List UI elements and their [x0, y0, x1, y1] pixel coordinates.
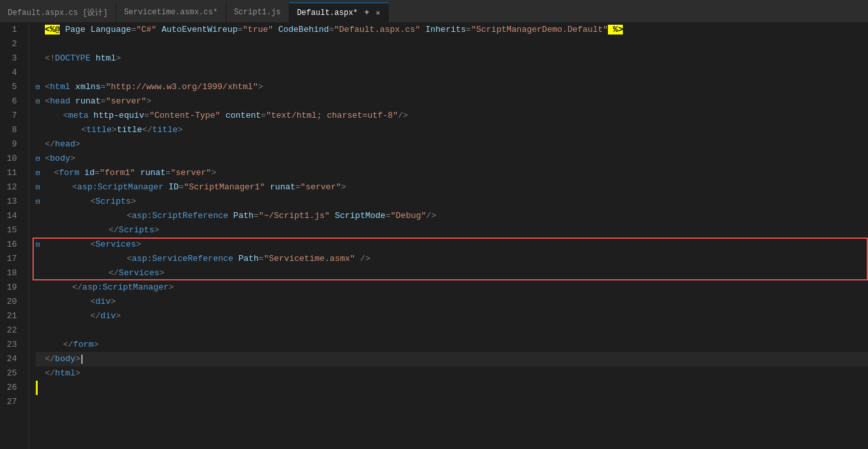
line-num-10: 10	[0, 152, 22, 166]
code-line-15: </Scripts>	[36, 223, 868, 238]
tab-default-cs[interactable]: Default.aspx.cs [设计]	[0, 3, 116, 22]
code-line-8: <title>title</title>	[36, 123, 868, 137]
line-num-24: 24	[0, 352, 22, 366]
line-num-3: 3	[0, 51, 22, 66]
gutter-5[interactable]: ⊟	[36, 80, 44, 94]
code-line-4	[36, 66, 868, 80]
line-19-content: </asp:ScriptManager>	[72, 280, 174, 295]
line-num-23: 23	[0, 338, 22, 352]
line-num-7: 7	[0, 109, 22, 123]
line-1-content: <%@ Page Language="C#" AutoEventWireup="…	[45, 23, 623, 37]
code-line-3: <!DOCTYPE html>	[36, 51, 868, 66]
code-line-7: <meta http-equiv="Content-Type" content=…	[36, 109, 868, 123]
line-num-12: 12	[0, 180, 22, 195]
line-num-9: 9	[0, 137, 22, 152]
tab-bar: Default.aspx.cs [设计] Servicetime.asmx.cs…	[0, 0, 868, 23]
line-24-content: </body>	[45, 352, 83, 366]
code-line-1: <%@ Page Language="C#" AutoEventWireup="…	[36, 23, 868, 37]
line-10-content: <body>	[45, 152, 75, 166]
line-12-content: <asp:ScriptManager ID="ScriptManager1" r…	[72, 180, 346, 195]
line-23-content: </form>	[63, 338, 99, 352]
line-num-22: 22	[0, 323, 22, 338]
line-21-content: </div>	[90, 309, 121, 323]
line-15-content: </Scripts>	[109, 223, 159, 238]
gutter-10[interactable]: ⊟	[36, 152, 44, 166]
line-25-content: </html>	[45, 366, 81, 381]
code-line-10: ⊟ <body>	[36, 152, 868, 166]
tab-close-button[interactable]: ✕	[376, 8, 380, 17]
line-num-14: 14	[0, 209, 22, 223]
line-num-25: 25	[0, 366, 22, 381]
code-line-22	[36, 323, 868, 338]
line-17-content: <asp:ServiceReference Path="Servicetime.…	[127, 252, 371, 266]
tab-default-aspx[interactable]: Default.aspx* + ✕	[289, 3, 389, 22]
code-line-6: ⊟ <head runat="server">	[36, 94, 868, 109]
code-line-24: </body>	[36, 352, 868, 366]
code-line-9: </head>	[36, 137, 868, 152]
code-line-20: <div>	[36, 295, 868, 309]
line-num-13: 13	[0, 195, 22, 209]
line-7-content: <meta http-equiv="Content-Type" content=…	[63, 109, 408, 123]
gutter-11[interactable]: ⊟	[36, 166, 44, 180]
line-num-20: 20	[0, 295, 22, 309]
line-5-content: <html xmlns="http://www.w3.org/1999/xhtm…	[45, 80, 263, 94]
code-line-11: ⊟ <form id="form1" runat="server">	[36, 166, 868, 180]
tab-script1[interactable]: Script1.js	[226, 3, 289, 22]
line-num-4: 4	[0, 66, 22, 80]
line-14-content: <asp:ScriptReference Path="~/Script1.js"…	[127, 209, 436, 223]
line-8-content: <title>title</title>	[81, 123, 183, 137]
line-13-content: <Scripts>	[90, 195, 136, 209]
line-num-16: 16	[0, 238, 22, 252]
gutter-16[interactable]: ⊟	[36, 238, 44, 252]
code-line-26	[36, 381, 868, 395]
tab-add-icon[interactable]: +	[364, 8, 369, 18]
line-20-content: <div>	[90, 295, 116, 309]
code-line-25: </html>	[36, 366, 868, 381]
line-num-11: 11	[0, 166, 22, 180]
code-content[interactable]: <%@ Page Language="C#" AutoEventWireup="…	[29, 23, 868, 449]
code-editor: 1 2 3 4 5 6 7 8 9 10 11 12 13 14 15 16 1…	[0, 23, 868, 449]
line-num-26: 26	[0, 381, 22, 395]
tab-label: Default.aspx.cs [设计]	[8, 7, 108, 18]
code-line-23: </form>	[36, 338, 868, 352]
tab-label: Script1.js	[234, 8, 281, 17]
line-num-1: 1	[0, 23, 22, 37]
line-num-17: 17	[0, 252, 22, 266]
line-num-5: 5	[0, 80, 22, 94]
line-num-8: 8	[0, 123, 22, 137]
line-numbers: 1 2 3 4 5 6 7 8 9 10 11 12 13 14 15 16 1…	[0, 23, 29, 449]
line-6-content: <head runat="server">	[45, 94, 151, 109]
line-num-19: 19	[0, 280, 22, 295]
line-11-content: <form id="form1" runat="server">	[54, 166, 217, 180]
code-line-19: </asp:ScriptManager>	[36, 280, 868, 295]
code-line-27	[36, 395, 868, 409]
line-num-27: 27	[0, 395, 22, 409]
code-line-2	[36, 37, 868, 51]
code-line-14: <asp:ScriptReference Path="~/Script1.js"…	[36, 209, 868, 223]
services-block: ⊟ <Services> <asp:ServiceReference Path=…	[36, 238, 868, 280]
tab-label: Servicetime.asmx.cs*	[124, 8, 218, 17]
code-line-12: ⊟ <asp:ScriptManager ID="ScriptManager1"…	[36, 180, 868, 195]
line-num-18: 18	[0, 266, 22, 280]
line-9-content: </head>	[45, 137, 81, 152]
line-16-content: <Services>	[90, 238, 141, 252]
line-18-content: </Services>	[109, 266, 164, 280]
code-line-13: ⊟ <Scripts>	[36, 195, 868, 209]
line-3-content: <!DOCTYPE html>	[45, 51, 121, 66]
line-num-6: 6	[0, 94, 22, 109]
gutter-12[interactable]: ⊟	[36, 180, 44, 195]
gutter-6[interactable]: ⊟	[36, 94, 44, 109]
tab-label: Default.aspx*	[297, 8, 358, 18]
code-line-5: ⊟ <html xmlns="http://www.w3.org/1999/xh…	[36, 80, 868, 94]
code-line-21: </div>	[36, 309, 868, 323]
line-num-21: 21	[0, 309, 22, 323]
line-num-2: 2	[0, 37, 22, 51]
code-line-17: <asp:ServiceReference Path="Servicetime.…	[36, 252, 868, 266]
code-line-16: ⊟ <Services>	[36, 238, 868, 252]
code-line-18: </Services>	[36, 266, 868, 280]
line-num-15: 15	[0, 223, 22, 238]
gutter-13[interactable]: ⊟	[36, 195, 44, 209]
tab-servicetime[interactable]: Servicetime.asmx.cs*	[116, 3, 226, 22]
